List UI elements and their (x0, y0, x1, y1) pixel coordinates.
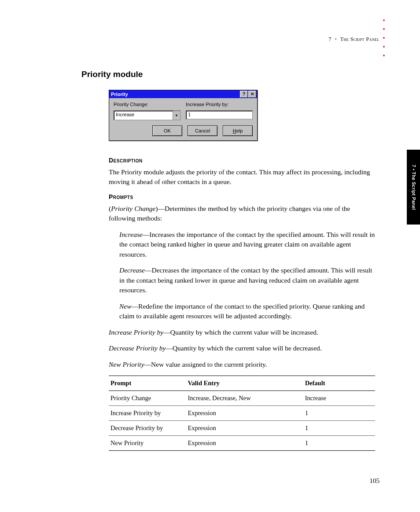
running-header: 7 • The Script Panel (328, 36, 379, 43)
th-valid-entry: Valid Entry (186, 376, 303, 391)
ok-button[interactable]: OK (152, 125, 182, 136)
priority-change-label: Priority Change: (114, 102, 181, 107)
side-tab: 7 • The Script Panel (407, 150, 420, 225)
decorative-dots (383, 19, 385, 56)
priority-change-para: (Priority Change)—Determines the method … (109, 204, 375, 224)
dialog-titlebar: Priority ? ✕ (109, 90, 257, 98)
chapter-title: The Script Panel (340, 36, 379, 42)
prompts-heading: Prompts (109, 193, 375, 200)
combo-value: Increase (114, 111, 173, 120)
chevron-down-icon[interactable]: ▼ (173, 111, 180, 120)
help-button[interactable]: Help (223, 125, 253, 136)
prompts-table: Prompt Valid Entry Default Priority Chan… (109, 376, 375, 451)
table-row: Decrease Priority by Expression 1 (109, 421, 375, 436)
new-para: New—Redefine the importance of the conta… (119, 302, 375, 321)
chapter-number: 7 (328, 36, 332, 42)
close-icon[interactable]: ✕ (248, 91, 256, 98)
table-row: Increase Priority by Expression 1 (109, 406, 375, 421)
increase-by-input[interactable]: 1 (186, 111, 253, 119)
dialog-title: Priority (111, 92, 128, 97)
increase-by-label: Increase Priority by: (186, 102, 253, 107)
priority-change-combo[interactable]: Increase ▼ (114, 111, 181, 120)
section-title: Priority module (81, 70, 381, 79)
description-heading: Description (109, 157, 375, 164)
side-tab-label: 7 • The Script Panel (411, 165, 416, 210)
th-default: Default (303, 376, 375, 391)
table-row: Priority Change Increase, Decrease, New … (109, 391, 375, 406)
increase-priority-by-para: Increase Priority by—Quantity by which t… (109, 328, 375, 337)
cancel-button[interactable]: Cancel (188, 125, 217, 136)
new-priority-para: New Priority—New value assigned to the c… (109, 360, 375, 369)
table-row: New Priority Expression 1 (109, 436, 375, 451)
help-icon[interactable]: ? (240, 91, 248, 98)
priority-dialog: Priority ? ✕ Priority Change: Increase P… (109, 90, 258, 141)
decrease-priority-by-para: Decrease Priority by—Quantity by which t… (109, 343, 375, 353)
decrease-para: Decrease—Decreases the importance of the… (119, 265, 375, 295)
description-body: The Priority module adjusts the priority… (109, 167, 375, 187)
th-prompt: Prompt (109, 376, 186, 391)
increase-para: Increase—Increases the importance of the… (119, 230, 375, 259)
page-number: 105 (370, 477, 380, 485)
